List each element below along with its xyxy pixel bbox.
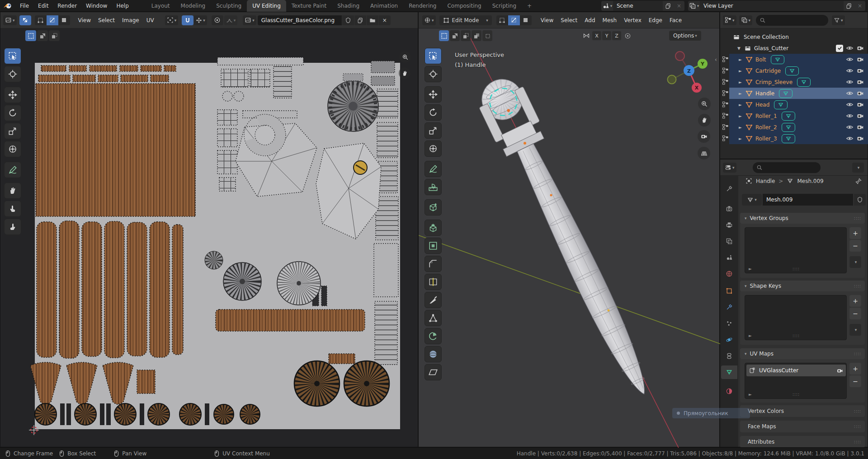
vertex-group-remove-button[interactable]: −	[849, 240, 861, 252]
outliner-object-roller-2[interactable]: ►Roller_2	[720, 122, 868, 133]
hide-eye-icon[interactable]	[846, 89, 854, 97]
vp-menu-face[interactable]: Face	[666, 17, 685, 23]
vp-menu-view[interactable]: View	[537, 17, 557, 23]
vp-tool-loop-cut[interactable]	[425, 274, 442, 290]
uv-tool-relax[interactable]	[4, 201, 21, 217]
vp-tool-smooth[interactable]	[425, 346, 442, 362]
vp-tool-poly-build[interactable]	[425, 310, 442, 326]
hide-eye-icon[interactable]	[846, 101, 854, 108]
hide-eye-icon[interactable]	[846, 44, 854, 52]
uv-map-add-button[interactable]: +	[849, 363, 861, 375]
uv-tool-annotate[interactable]	[4, 162, 21, 178]
uv-select-extend-button[interactable]	[37, 30, 48, 41]
vp-tool-annotate[interactable]	[425, 161, 442, 177]
mirror-z-button[interactable]: Z	[612, 31, 621, 40]
properties-search-input[interactable]	[753, 162, 821, 173]
uv-menu-view[interactable]: View	[75, 17, 94, 23]
vp-tool-cursor[interactable]	[425, 66, 442, 82]
props-tab-object[interactable]	[721, 284, 737, 298]
tab-rendering[interactable]: Rendering	[403, 0, 442, 12]
outliner-object-head[interactable]: ►Head	[720, 99, 868, 110]
breadcrumb-data[interactable]: Mesh.009	[797, 178, 823, 184]
render-camera-icon[interactable]	[856, 56, 864, 63]
uv-tool-pinch[interactable]	[4, 219, 21, 235]
menu-edit[interactable]: Edit	[33, 0, 53, 12]
tab-texture-paint[interactable]: Texture Paint	[286, 0, 332, 12]
add-workspace-button[interactable]: +	[522, 0, 537, 12]
vp-tool-measure[interactable]	[425, 179, 442, 195]
new-scene-button[interactable]	[663, 1, 674, 11]
uv-maps-panel-header[interactable]: ▾UV Maps::::	[740, 348, 865, 359]
props-tab-world[interactable]	[721, 267, 737, 281]
props-tab-render[interactable]	[721, 202, 737, 215]
vp-tool-scale[interactable]	[425, 122, 442, 139]
uv-face-select-button[interactable]	[58, 15, 70, 25]
breadcrumb-object[interactable]: Handle	[756, 178, 775, 184]
vp-tool-bevel[interactable]	[425, 256, 442, 272]
uv-menu-uv[interactable]: UV	[143, 17, 158, 23]
edge-select-button[interactable]	[508, 15, 520, 25]
mirror-x-button[interactable]: X	[592, 31, 601, 40]
vp-select-extend-button[interactable]	[450, 30, 460, 41]
vp-tool-transform[interactable]	[425, 141, 442, 157]
outliner-object-roller-3[interactable]: ►Roller_3	[720, 133, 868, 144]
uv-tool-grab[interactable]	[4, 183, 21, 199]
scene-collection-row[interactable]: Scene Collection	[720, 31, 868, 42]
vp-menu-add[interactable]: Add	[581, 17, 599, 23]
props-tab-modifiers[interactable]	[721, 300, 737, 314]
uv-maps-list[interactable]: UVGlassCutter ► ::::	[745, 363, 847, 399]
vp-menu-edge[interactable]: Edge	[645, 17, 666, 23]
shape-key-specials-button[interactable]: ▾	[849, 324, 861, 336]
uv-zoom-button[interactable]	[399, 51, 411, 63]
mode-dropdown[interactable]: Edit Mode▾	[439, 15, 492, 25]
vp-tool-knife[interactable]	[425, 292, 442, 308]
properties-editor-type-button[interactable]: ▾	[723, 163, 736, 173]
hide-eye-icon[interactable]	[846, 56, 854, 63]
uv-map-remove-button[interactable]: −	[849, 375, 861, 387]
vp-select-new-button[interactable]	[439, 30, 449, 41]
proportional-editing-toggle[interactable]	[212, 15, 223, 25]
uv-select-subtract-button[interactable]	[49, 30, 60, 41]
browse-image-button[interactable]: ▾	[243, 15, 256, 25]
vp-menu-select[interactable]: Select	[557, 17, 581, 23]
ortho-toggle-button[interactable]	[698, 147, 710, 159]
tab-uv-editing[interactable]: UV Editing	[247, 0, 286, 12]
tab-scripting[interactable]: Scripting	[487, 0, 522, 12]
vp-tool-rotate[interactable]	[425, 104, 442, 121]
vp-tool-extrude[interactable]	[425, 220, 442, 236]
shape-keys-list[interactable]: ► ::::	[745, 295, 847, 340]
outliner-object-handle[interactable]: ►Handle	[720, 88, 868, 99]
uv-tool-transform[interactable]	[4, 141, 21, 157]
outliner-object-cartridge[interactable]: ►Cartridge	[720, 65, 868, 76]
tab-sculpting[interactable]: Sculpting	[211, 0, 247, 12]
hide-eye-icon[interactable]	[846, 78, 854, 86]
pivot-point-button[interactable]: ▾	[165, 15, 179, 25]
props-tab-scene[interactable]	[721, 251, 737, 264]
open-image-button[interactable]	[367, 15, 378, 25]
face-maps-panel-header[interactable]: Face Maps::::	[740, 421, 865, 432]
uv-menu-select[interactable]: Select	[94, 17, 118, 23]
mesh-browse-button[interactable]: ▾	[742, 194, 762, 206]
vp-select-subtract-button[interactable]	[461, 30, 471, 41]
props-tab-output[interactable]	[721, 218, 737, 232]
uv-menu-image[interactable]: Image	[118, 17, 143, 23]
tab-shading[interactable]: Shading	[332, 0, 365, 12]
render-camera-icon[interactable]	[856, 78, 864, 86]
uv-render-camera-icon[interactable]	[836, 367, 843, 374]
render-camera-icon[interactable]	[856, 101, 864, 108]
props-tab-material[interactable]	[721, 384, 737, 398]
remove-view-layer-button[interactable]: ×	[854, 1, 865, 11]
render-camera-icon[interactable]	[856, 135, 864, 142]
vp-tool-shear[interactable]	[425, 364, 442, 380]
uv-select-new-button[interactable]	[25, 30, 36, 41]
uv-editor-type-button[interactable]: ▾	[3, 15, 17, 25]
outliner-object-bolt[interactable]: ►Bolt	[720, 54, 868, 65]
new-image-button[interactable]	[354, 15, 366, 25]
render-camera-icon[interactable]	[856, 44, 864, 52]
tab-animation[interactable]: Animation	[365, 0, 403, 12]
render-camera-icon[interactable]	[856, 89, 864, 97]
mirror-y-button[interactable]: Y	[602, 31, 611, 40]
tab-compositing[interactable]: Compositing	[442, 0, 486, 12]
collection-checkbox[interactable]	[836, 45, 843, 52]
pin-id-icon[interactable]	[855, 178, 862, 185]
